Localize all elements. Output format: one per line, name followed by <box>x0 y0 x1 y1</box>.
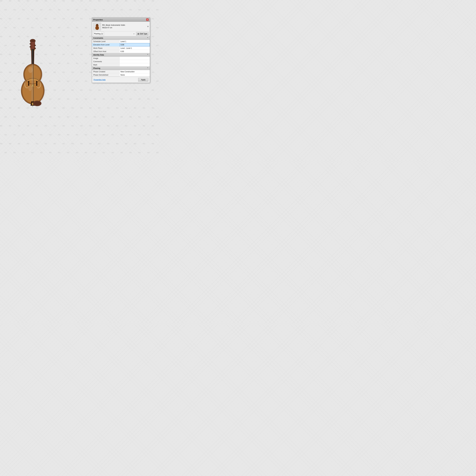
phase-demolished-value: None <box>119 73 150 76</box>
violin-illustration <box>16 37 49 117</box>
comments-row: Comments <box>92 60 150 63</box>
constraints-section-header[interactable]: Constraints ⌃ <box>92 36 150 40</box>
svg-point-5 <box>30 46 31 48</box>
type-selector-wrapper[interactable]: Planting (1) ▾ <box>93 32 135 35</box>
work-plane-row: Work Plane Level : Level 1 <box>92 47 150 50</box>
schedule-level-value: Level 1 <box>119 40 150 43</box>
elevation-from-level-label: Elevation from Level <box>92 43 119 46</box>
phase-demolished-label: Phase Demolished <box>92 73 119 76</box>
svg-point-3 <box>30 43 31 45</box>
image-value[interactable] <box>119 57 150 60</box>
phase-created-row: Phase Created New Construction <box>92 70 150 73</box>
phasing-collapse-icon[interactable]: ⌃ <box>147 67 149 69</box>
dropdown-arrow-icon: ▾ <box>134 33 134 35</box>
phasing-section-header[interactable]: Phasing ⌃ <box>92 67 150 70</box>
mark-label: Mark <box>92 63 119 66</box>
phasing-label: Phasing <box>93 67 100 69</box>
mark-row: Mark <box>92 63 150 67</box>
type-selector[interactable]: Planting (1) <box>93 32 104 35</box>
svg-point-27 <box>36 84 37 86</box>
panel-titlebar: Properties × <box>92 18 150 22</box>
edit-type-button[interactable]: ⊞ Edit Type <box>136 32 149 35</box>
elevation-input[interactable] <box>121 44 149 46</box>
item-thumbnail <box>93 23 101 30</box>
comments-label: Comments <box>92 60 119 63</box>
offset-from-host-row: Offset from Host 0.00 <box>92 50 150 53</box>
offset-from-host-value: 0.00 <box>119 50 150 53</box>
dropdown-row: Planting (1) ▾ ⊞ Edit Type <box>92 31 150 36</box>
work-plane-value: Level : Level 1 <box>119 47 150 50</box>
panel-header: RD_Music Instruments Violin Wood 47 cm ▾ <box>92 22 150 31</box>
constraints-label: Constraints <box>93 37 103 39</box>
offset-from-host-label: Offset from Host <box>92 50 119 53</box>
panel-footer: Properties help Apply <box>92 77 150 83</box>
image-row: Image <box>92 57 150 60</box>
svg-point-42 <box>28 85 32 91</box>
item-name: RD_Music Instruments Violin Wood 47 cm <box>102 24 125 29</box>
elevation-from-level-value[interactable] <box>119 43 150 46</box>
phase-created-value: New Construction <box>119 70 150 73</box>
constraints-collapse-icon[interactable]: ⌃ <box>147 37 149 39</box>
svg-point-22 <box>28 81 29 83</box>
identity-data-section-header[interactable]: Identity Data ⌃ <box>92 53 150 57</box>
work-plane-label: Work Plane <box>92 47 119 50</box>
schedule-level-row: Schedule Level Level 1 <box>92 40 150 43</box>
comments-value[interactable] <box>119 60 150 63</box>
svg-point-44 <box>95 26 99 30</box>
properties-help-link[interactable]: Properties help <box>94 79 106 81</box>
edit-type-icon: ⊞ <box>137 33 139 35</box>
svg-point-6 <box>34 48 36 49</box>
panel-title: Properties <box>93 18 103 21</box>
identity-data-collapse-icon[interactable]: ⌃ <box>147 54 149 56</box>
close-button[interactable]: × <box>146 18 149 21</box>
properties-panel: Properties × RD_Music Instruments Violin… <box>92 17 150 83</box>
apply-button[interactable]: Apply <box>138 78 148 82</box>
phase-created-label: Phase Created <box>92 70 119 73</box>
edit-type-label: Edit Type <box>140 33 147 35</box>
expand-icon[interactable]: ▾ <box>147 25 149 28</box>
svg-point-38 <box>34 102 40 105</box>
mark-value[interactable] <box>119 63 150 66</box>
identity-data-label: Identity Data <box>93 54 104 56</box>
elevation-from-level-row[interactable]: Elevation from Level <box>92 43 150 47</box>
phase-demolished-row: Phase Demolished None <box>92 73 150 77</box>
schedule-level-label: Schedule Level <box>92 40 119 43</box>
svg-point-41 <box>28 67 33 73</box>
image-label: Image <box>92 57 119 60</box>
svg-point-4 <box>34 45 36 46</box>
svg-point-25 <box>36 81 37 83</box>
